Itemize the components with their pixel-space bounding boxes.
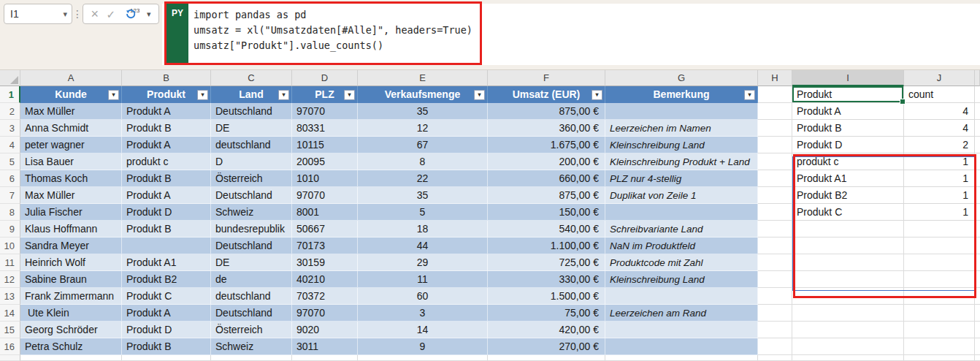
row-number-11[interactable]: 11 — [0, 254, 20, 271]
row-number-7[interactable]: 7 — [0, 187, 20, 204]
cell-H2[interactable] — [758, 103, 792, 120]
cell-I11[interactable] — [792, 254, 904, 271]
cell-F16[interactable]: 270,00 € — [488, 338, 605, 355]
cell-G3[interactable]: Leerzeichen im Namen — [605, 120, 758, 137]
cell-C6[interactable]: Österreich — [211, 170, 292, 187]
cell-G9[interactable]: Schreibvariante Land — [605, 221, 758, 238]
cell-H8[interactable] — [758, 204, 792, 221]
cell-D8[interactable]: 8001 — [292, 204, 358, 221]
row-number-6[interactable]: 6 — [0, 170, 20, 187]
column-header-J[interactable]: J — [904, 70, 975, 86]
cell-A15[interactable]: Georg Schröder — [20, 322, 122, 338]
cell-C3[interactable]: DE — [211, 120, 292, 137]
cell-A10[interactable]: Sandra Meyer — [20, 238, 122, 254]
row-number-8[interactable]: 8 — [0, 204, 20, 221]
cell-F12[interactable]: 330,00 € — [488, 271, 605, 288]
cell-B13[interactable]: Produkt C — [122, 288, 211, 305]
row-number-10[interactable]: 10 — [0, 238, 20, 254]
cell-partial[interactable] — [122, 355, 211, 361]
cell-C9[interactable]: bundesrepublik — [211, 221, 292, 238]
cell-K10[interactable] — [975, 238, 980, 254]
row-number-12[interactable]: 12 — [0, 271, 20, 288]
cell-G16[interactable] — [605, 338, 758, 355]
cell-J2[interactable]: 4 — [904, 103, 975, 120]
cell-J5[interactable]: 1 — [904, 153, 975, 170]
cell-B11[interactable]: Produkt A1 — [122, 254, 211, 271]
cell-I9[interactable] — [792, 221, 904, 238]
cell-I16[interactable] — [792, 338, 904, 355]
cell-C8[interactable]: Schweiz — [211, 204, 292, 221]
cell-K13[interactable] — [975, 288, 980, 305]
cell-J3[interactable]: 4 — [904, 120, 975, 137]
cell-J13[interactable] — [904, 288, 975, 305]
cell-E6[interactable]: 22 — [358, 170, 488, 187]
cell-A7[interactable]: Max Müller — [20, 187, 122, 204]
cell-J15[interactable] — [904, 322, 975, 338]
cell-G2[interactable] — [605, 103, 758, 120]
cell-K2[interactable] — [975, 103, 980, 120]
cell-partial[interactable] — [488, 355, 605, 361]
cell-J7[interactable]: 1 — [904, 187, 975, 204]
cell-A12[interactable]: Sabine Braun — [20, 271, 122, 288]
cell-G7[interactable]: Duplikat von Zeile 1 — [605, 187, 758, 204]
name-box[interactable]: I1 ▾ — [4, 4, 72, 24]
cell-A16[interactable]: Petra Schulz — [20, 338, 122, 355]
cell-E11[interactable]: 29 — [358, 254, 488, 271]
cell-J11[interactable] — [904, 254, 975, 271]
row-number-9[interactable]: 9 — [0, 221, 20, 238]
cell-E3[interactable]: 12 — [358, 120, 488, 137]
row-number-4[interactable]: 4 — [0, 137, 20, 153]
cell-K12[interactable] — [975, 271, 980, 288]
row-number-1[interactable]: 1 — [0, 86, 20, 103]
cell-I6[interactable]: Produkt A1 — [792, 170, 904, 187]
cell-A13[interactable]: Frank Zimmermann — [20, 288, 122, 305]
table-header-cell[interactable]: Bemerkung▾ — [605, 86, 758, 103]
cell-D11[interactable]: 30159 — [292, 254, 358, 271]
cell-C2[interactable]: Deutschland — [211, 103, 292, 120]
cell-I4[interactable]: Produkt D — [792, 137, 904, 153]
cell-F7[interactable]: 875,00 € — [488, 187, 605, 204]
cell-C10[interactable]: Deutschland — [211, 238, 292, 254]
cell-J4[interactable]: 2 — [904, 137, 975, 153]
cell-G8[interactable] — [605, 204, 758, 221]
column-header-H[interactable]: H — [758, 70, 792, 86]
cell-F15[interactable]: 420,00 € — [488, 322, 605, 338]
cell-H14[interactable] — [758, 305, 792, 322]
cell-C4[interactable]: deutschland — [211, 137, 292, 153]
cell-K16[interactable] — [975, 338, 980, 355]
row-number-13[interactable]: 13 — [0, 288, 20, 305]
column-header-B[interactable]: B — [122, 70, 211, 86]
cell-F2[interactable]: 875,00 € — [488, 103, 605, 120]
cell-D9[interactable]: 50667 — [292, 221, 358, 238]
cell-K7[interactable] — [975, 187, 980, 204]
cell-A4[interactable]: peter wagner — [20, 137, 122, 153]
cell-H10[interactable] — [758, 238, 792, 254]
cell-D6[interactable]: 1010 — [292, 170, 358, 187]
cell-F5[interactable]: 200,00 € — [488, 153, 605, 170]
column-header-E[interactable]: E — [358, 70, 488, 86]
cell-C7[interactable]: Deutschland — [211, 187, 292, 204]
cell-D5[interactable]: 20095 — [292, 153, 358, 170]
cell-D4[interactable]: 10115 — [292, 137, 358, 153]
cell-partial[interactable] — [211, 355, 292, 361]
cancel-icon[interactable]: × — [91, 7, 99, 20]
cell-E8[interactable]: 5 — [358, 204, 488, 221]
cell-F11[interactable]: 725,00 € — [488, 254, 605, 271]
cell-C13[interactable]: deutschland — [211, 288, 292, 305]
filter-button[interactable]: ▾ — [474, 90, 485, 100]
cell-J1[interactable]: count — [904, 86, 975, 103]
cell-E9[interactable]: 18 — [358, 221, 488, 238]
cell-D12[interactable]: 40210 — [292, 271, 358, 288]
row-number-3[interactable]: 3 — [0, 120, 20, 137]
cell-I14[interactable] — [792, 305, 904, 322]
filter-button[interactable]: ▾ — [744, 90, 755, 100]
cell-J9[interactable] — [904, 221, 975, 238]
cell-G12[interactable]: Kleinschreibung Land — [605, 271, 758, 288]
filter-button[interactable]: ▾ — [197, 90, 208, 100]
table-header-cell[interactable]: Kunde▾ — [20, 86, 122, 103]
cell-H9[interactable] — [758, 221, 792, 238]
cell-D16[interactable]: 3011 — [292, 338, 358, 355]
cell-F9[interactable]: 540,00 € — [488, 221, 605, 238]
cell-H1[interactable] — [758, 86, 792, 103]
cell-E12[interactable]: 11 — [358, 271, 488, 288]
